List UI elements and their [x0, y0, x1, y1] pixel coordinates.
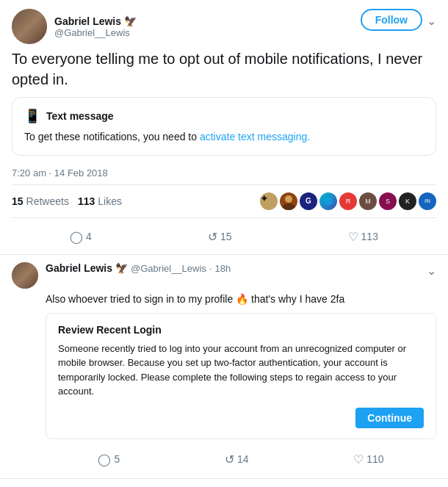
tweet2-separator: · [209, 263, 212, 274]
review-card: Review Recent Login Someone recently tri… [46, 313, 436, 439]
svg-point-0 [285, 195, 292, 203]
tweet2-reply-count: 5 [114, 453, 120, 465]
likes-stat[interactable]: 113 Likes [78, 195, 122, 207]
tweet2-like-button[interactable]: ♡ 110 [347, 450, 389, 469]
liker-avatar-6: M [359, 192, 377, 210]
card-title: Text message [46, 110, 114, 122]
tweet2-like-icon: ♡ [353, 452, 364, 466]
card-body: To get these notifications, you need to … [24, 130, 424, 145]
liker-avatar-4: 🌐 [319, 192, 337, 210]
tweet1-card: 📱 Text message To get these notification… [12, 97, 436, 156]
review-card-title: Review Recent Login [58, 324, 424, 336]
continue-button[interactable]: Continue [355, 408, 424, 428]
tweet-2: Gabriel Lewis 🦅 @Gabriel__Lewis · 18h ⌄ … [0, 255, 448, 479]
tweet2-meta: Gabriel Lewis 🦅 @Gabriel__Lewis · 18h [46, 262, 415, 274]
continue-btn-container: Continue [58, 408, 424, 428]
tweet-1: Gabriel Lewis 🦅 @Gabriel__Lewis Follow ⌄… [0, 0, 448, 255]
likes-count: 113 [78, 195, 95, 207]
tweet1-text: To everyone telling me to opt out of mob… [12, 48, 436, 90]
display-name[interactable]: Gabriel Lewis [54, 15, 121, 27]
svg-point-1 [282, 203, 295, 210]
tweet2-text: Also whoever tried to sign in to my prof… [46, 292, 436, 307]
tweet2-chevron-icon[interactable]: ⌄ [427, 264, 436, 278]
tweet2-handle[interactable]: @Gabriel__Lewis [131, 263, 206, 274]
avatar[interactable] [12, 9, 47, 44]
liker-avatar-3: G [300, 192, 317, 210]
review-card-body: Someone recently tried to log into your … [58, 342, 424, 399]
avatar-2[interactable] [12, 262, 38, 289]
card-header: 📱 Text message [24, 108, 424, 124]
tweet1-header: Gabriel Lewis 🦅 @Gabriel__Lewis Follow ⌄ [12, 9, 436, 44]
retweet-icon: ↺ [208, 230, 217, 244]
tweet2-like-count: 110 [366, 453, 383, 465]
tweet2-retweet-button[interactable]: ↺ 14 [219, 450, 255, 469]
user-emoji: 🦅 [124, 15, 137, 27]
follow-button[interactable]: Follow [361, 9, 422, 31]
tweet2-userinfo: Gabriel Lewis 🦅 @Gabriel__Lewis · 18h [46, 262, 415, 274]
header-right: Follow ⌄ [361, 9, 436, 31]
chevron-down-icon[interactable]: ⌄ [427, 14, 436, 28]
like-icon: ♡ [348, 230, 358, 244]
reply-icon: ◯ [70, 230, 83, 244]
tweet2-time: 18h [214, 263, 231, 274]
user-handle[interactable]: @Gabriel__Lewis [54, 27, 137, 38]
reply-button[interactable]: ◯ 4 [64, 227, 98, 247]
retweet-count: 15 [220, 231, 232, 242]
liker-avatar-8: K [399, 192, 416, 210]
tweet2-reply-button[interactable]: ◯ 5 [92, 450, 126, 469]
liker-avatar-9: IN [419, 192, 436, 210]
tweet2-retweet-count: 14 [237, 453, 249, 465]
retweets-stat[interactable]: 15 Retweets [12, 195, 69, 207]
liker-avatar-7: S [379, 192, 397, 210]
card-body-text: To get these notifications, you need to [24, 131, 200, 143]
tweet2-actions: ◯ 5 ↺ 14 ♡ 110 [46, 447, 436, 472]
tweet1-timestamp: 7:20 am · 14 Feb 2018 [12, 163, 436, 178]
user-info: Gabriel Lewis 🦅 @Gabriel__Lewis [54, 15, 137, 38]
tweet2-user-emoji: 🦅 [115, 262, 128, 274]
stats-row: 15 Retweets 113 Likes ✦ G 🌐 R M S K IN [12, 192, 436, 210]
retweets-count: 15 [12, 195, 24, 207]
tweet2-display-name[interactable]: Gabriel Lewis [46, 262, 112, 274]
tweet1-header-left: Gabriel Lewis 🦅 @Gabriel__Lewis [12, 9, 137, 44]
tweet2-header: Gabriel Lewis 🦅 @Gabriel__Lewis · 18h ⌄ [12, 262, 436, 289]
like-button[interactable]: ♡ 113 [342, 227, 384, 247]
tweet2-retweet-icon: ↺ [225, 452, 234, 466]
likes-label: Likes [98, 195, 122, 207]
tweet1-actions: ◯ 4 ↺ 15 ♡ 113 [12, 223, 436, 248]
tweet2-reply-icon: ◯ [98, 452, 111, 466]
tweet1-stats: 15 Retweets 113 Likes ✦ G 🌐 R M S K IN [12, 184, 436, 218]
retweet-button[interactable]: ↺ 15 [202, 227, 238, 247]
likers-avatars: ✦ G 🌐 R M S K IN [260, 192, 436, 210]
like-count: 113 [361, 231, 378, 242]
liker-avatar-5: R [339, 192, 357, 210]
liker-avatar-1: ✦ [260, 192, 278, 210]
card-link[interactable]: activate text messaging. [200, 131, 310, 143]
user-name: Gabriel Lewis 🦅 [54, 15, 137, 27]
retweets-label: Retweets [26, 195, 69, 207]
phone-icon: 📱 [24, 108, 40, 124]
liker-avatar-2 [280, 192, 297, 210]
reply-count: 4 [86, 231, 92, 242]
